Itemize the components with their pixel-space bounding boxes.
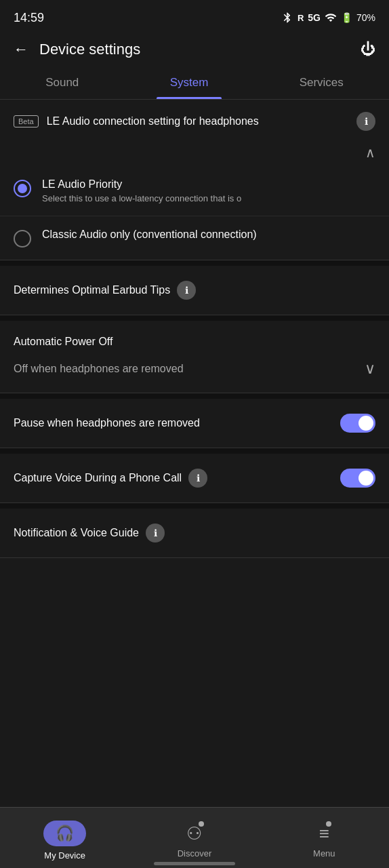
le-audio-left: Beta LE Audio connection setting for hea… xyxy=(14,114,356,129)
radio-label-classic: Classic Audio only (conventional connect… xyxy=(42,229,375,241)
le-audio-info-icon[interactable]: ℹ xyxy=(356,112,375,131)
capture-voice-info-icon[interactable]: ℹ xyxy=(188,469,207,488)
r-indicator: R xyxy=(298,13,304,23)
discover-icon-container: ⚇ xyxy=(186,823,202,844)
notification-info-icon[interactable]: ℹ xyxy=(146,524,165,542)
radio-text-classic: Classic Audio only (conventional connect… xyxy=(42,229,375,241)
page-title: Device settings xyxy=(39,41,140,58)
radio-le-audio-priority[interactable]: LE Audio Priority Select this to use a l… xyxy=(0,166,389,216)
radio-classic-audio[interactable]: Classic Audio only (conventional connect… xyxy=(0,216,389,260)
tab-bar: Sound System Services xyxy=(0,66,389,100)
radio-circle-le-audio[interactable] xyxy=(14,180,31,197)
discover-dot xyxy=(199,821,204,827)
divider-2 xyxy=(0,315,389,321)
pause-headphones-label: Pause when headphones are removed xyxy=(14,417,200,429)
auto-power-off-dropdown[interactable]: Off when headphones are removed ∨ xyxy=(0,353,389,393)
bottom-nav: 🎧 My Device ⚇ Discover ≡ Menu xyxy=(0,807,389,868)
signal-icon xyxy=(325,12,337,24)
radio-label-le-audio: LE Audio Priority xyxy=(42,178,375,191)
earbud-tips-info-icon[interactable]: ℹ xyxy=(177,281,196,300)
bottom-spacer xyxy=(0,558,389,626)
status-bar: 14:59 R 5G 🔋 70% xyxy=(0,0,389,33)
notification-label: Notification & Voice Guide xyxy=(14,527,139,539)
divider-3 xyxy=(0,393,389,399)
le-audio-title: LE Audio connection setting for headphon… xyxy=(47,114,259,129)
app-header: ← Device settings ⏻ xyxy=(0,33,389,66)
network-label: 5G xyxy=(308,12,321,23)
beta-badge: Beta xyxy=(14,115,39,127)
my-device-label: My Device xyxy=(44,850,85,861)
le-audio-collapse[interactable]: ∧ xyxy=(0,142,389,166)
earbud-tips-label: Determines Optimal Earbud Tips xyxy=(14,284,170,296)
chevron-up-icon: ∧ xyxy=(365,144,375,161)
divider-5 xyxy=(0,503,389,509)
bluetooth-icon xyxy=(281,12,293,24)
radio-circle-classic[interactable] xyxy=(14,230,31,248)
capture-voice-left: Capture Voice During a Phone Call ℹ xyxy=(14,469,340,488)
auto-power-off-label: Automatic Power Off xyxy=(14,336,112,347)
pause-headphones-toggle[interactable] xyxy=(340,414,375,433)
menu-icon-container: ≡ xyxy=(319,823,329,844)
home-indicator xyxy=(154,862,235,865)
my-device-icon: 🎧 xyxy=(56,825,74,842)
battery-icon: 🔋 xyxy=(341,12,352,23)
divider-4 xyxy=(0,448,389,454)
status-icons: R 5G 🔋 70% xyxy=(281,12,375,24)
back-button[interactable]: ← xyxy=(14,41,28,58)
my-device-icon-bg: 🎧 xyxy=(43,821,86,846)
earbud-tips-left: Determines Optimal Earbud Tips ℹ xyxy=(14,281,375,300)
chevron-down-icon: ∨ xyxy=(365,360,375,378)
battery-label: 70% xyxy=(356,12,375,23)
tab-system[interactable]: System xyxy=(157,66,222,99)
nav-menu[interactable]: ≡ Menu xyxy=(260,818,389,859)
auto-power-off-header: Automatic Power Off xyxy=(0,321,389,353)
radio-text-le-audio: LE Audio Priority Select this to use a l… xyxy=(42,178,375,203)
menu-label: Menu xyxy=(313,848,335,859)
tab-sound[interactable]: Sound xyxy=(32,66,92,99)
divider-1 xyxy=(0,260,389,266)
capture-voice-toggle[interactable] xyxy=(340,469,375,488)
power-button[interactable]: ⏻ xyxy=(361,41,375,58)
le-audio-header: Beta LE Audio connection setting for hea… xyxy=(0,100,389,142)
radio-sublabel-le-audio: Select this to use a low-latency connect… xyxy=(42,193,375,203)
auto-power-off-value: Off when headphones are removed xyxy=(14,363,184,375)
nav-discover[interactable]: ⚇ Discover xyxy=(129,818,259,859)
content-area: Beta LE Audio connection setting for hea… xyxy=(0,100,389,626)
notification-row[interactable]: Notification & Voice Guide ℹ xyxy=(0,509,389,558)
le-audio-section: Beta LE Audio connection setting for hea… xyxy=(0,100,389,260)
tab-services[interactable]: Services xyxy=(286,66,357,99)
discover-label: Discover xyxy=(178,848,212,859)
capture-voice-row: Capture Voice During a Phone Call ℹ xyxy=(0,454,389,503)
header-left: ← Device settings xyxy=(14,41,140,58)
earbud-tips-row[interactable]: Determines Optimal Earbud Tips ℹ xyxy=(0,266,389,315)
nav-my-device[interactable]: 🎧 My Device xyxy=(0,815,129,861)
pause-headphones-row: Pause when headphones are removed xyxy=(0,399,389,448)
status-time: 14:59 xyxy=(14,11,44,25)
menu-dot xyxy=(326,821,331,827)
capture-voice-label: Capture Voice During a Phone Call xyxy=(14,472,182,484)
